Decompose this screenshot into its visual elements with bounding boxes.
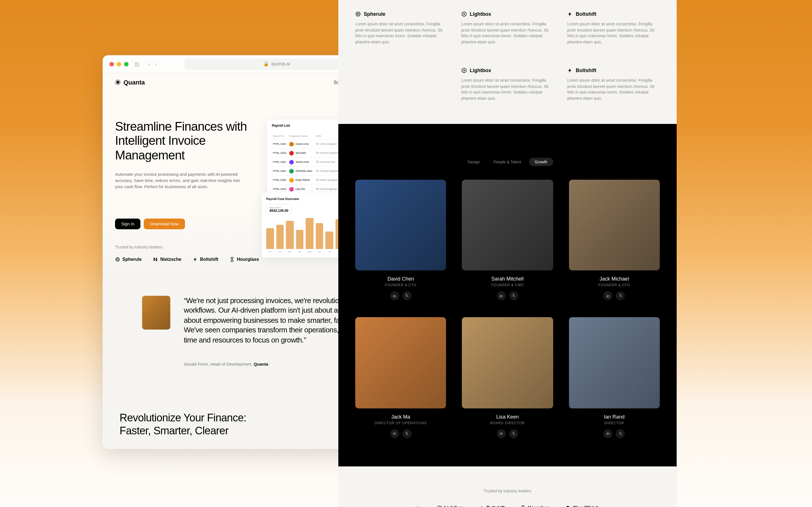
team-member: Jack Ma Director of Operations in 𝕏 xyxy=(355,318,446,438)
close-window-icon[interactable] xyxy=(109,62,114,66)
bottom-logo-lightbox: Lightbox xyxy=(437,505,463,507)
x-icon[interactable]: 𝕏 xyxy=(616,291,625,300)
quanta-icon xyxy=(115,79,121,85)
chart-bar xyxy=(316,223,323,249)
brand-name: Quanta xyxy=(123,79,145,86)
maximize-window-icon[interactable] xyxy=(124,62,129,66)
spherule-icon xyxy=(355,11,361,17)
linkedin-icon[interactable]: in xyxy=(497,291,506,300)
member-photo xyxy=(355,318,446,408)
boltshift-icon xyxy=(479,505,484,507)
tab-people-talent[interactable]: People & Talent xyxy=(488,158,527,166)
brand-logo[interactable]: Quanta xyxy=(115,79,145,86)
features-section: Spherule Lorem ipsum dolor sit amet cons… xyxy=(338,0,677,124)
bottom-logo-boltshift: Boltshift xyxy=(479,505,505,507)
linkedin-icon[interactable]: in xyxy=(497,429,506,438)
hero-logo-nietzsche: Nietzsche xyxy=(153,257,181,262)
member-name: Jack Ma xyxy=(355,414,446,419)
trusted-label: Trusted by industry leaders xyxy=(115,245,262,249)
member-name: David Chen xyxy=(355,276,446,282)
sidebar-toggle-icon[interactable]: ▥ xyxy=(134,61,139,67)
member-photo xyxy=(569,180,660,271)
member-name: Lisa Keen xyxy=(462,414,553,419)
linkedin-icon[interactable]: in xyxy=(390,429,399,438)
chart-bar xyxy=(276,225,284,249)
url-text: quanta.ai xyxy=(271,61,290,66)
hero-logo-spherule: Spherule xyxy=(115,257,142,262)
chart-bar xyxy=(296,230,303,249)
feature-boltshift: Boltshift Lorem ipsum dolor sit amet con… xyxy=(567,68,660,101)
chart-bar xyxy=(326,231,333,249)
svg-point-2 xyxy=(356,12,360,16)
hero-logo-hourglass: Hourglass xyxy=(230,257,259,262)
tab-design[interactable]: Design xyxy=(462,158,486,166)
cloudwatch-icon xyxy=(566,505,571,507)
lightbox-icon xyxy=(461,68,467,73)
member-name: Jack Michael xyxy=(569,276,660,282)
x-icon[interactable]: 𝕏 xyxy=(509,429,518,438)
hero-title: Streamline Finances with Intelligent Inv… xyxy=(115,119,262,162)
member-role: Founder & CFO xyxy=(569,284,660,287)
member-photo xyxy=(355,180,446,271)
chart-bar xyxy=(306,218,313,249)
feature-boltshift: Boltshift Lorem ipsum dolor sit amet con… xyxy=(567,11,660,45)
team-tabs: DesignPeople & TalentGrowth xyxy=(355,158,660,166)
quote-avatar xyxy=(142,295,170,329)
chart-bar xyxy=(266,228,274,249)
hero-body: Automate your invoice processing and pay… xyxy=(115,171,245,190)
hourglass-icon xyxy=(230,257,235,262)
svg-point-0 xyxy=(116,258,119,262)
trusted-section: Trusted by industry leaders neLightboxBo… xyxy=(338,466,677,507)
tab-growth[interactable]: Growth xyxy=(529,158,553,166)
nietzsche-icon xyxy=(153,257,158,262)
team-member: David Chen Founder & CTO in 𝕏 xyxy=(355,180,446,300)
lock-icon: 🔒 xyxy=(263,61,269,66)
logo-partial: ne xyxy=(416,505,421,507)
member-role: Founder & CTO xyxy=(355,284,446,287)
svg-point-5 xyxy=(463,70,465,71)
member-role: Founder & CMO xyxy=(462,284,553,287)
svg-point-3 xyxy=(357,13,359,15)
lightbox-icon xyxy=(461,11,467,17)
trusted-bottom-label: Trusted by industry leaders xyxy=(355,489,660,493)
hero-logo-boltshift: Boltshift xyxy=(193,257,218,262)
member-photo xyxy=(462,180,553,271)
member-name: Sarah Mitchell xyxy=(462,276,553,282)
linkedin-icon[interactable]: in xyxy=(604,291,613,300)
feature-lightbox: Lightbox Lorem ipsum dolor sit amet cons… xyxy=(461,11,554,45)
x-icon[interactable]: 𝕏 xyxy=(402,429,411,438)
boltshift-icon xyxy=(567,11,573,17)
hero-logo-row: SpheruleNietzscheBoltshiftHourglass xyxy=(115,257,262,262)
x-icon[interactable]: 𝕏 xyxy=(509,291,518,300)
hourglass-icon xyxy=(520,505,525,507)
member-photo xyxy=(569,318,660,408)
member-name: Ian Rand xyxy=(569,414,660,419)
boltshift-icon xyxy=(193,257,198,262)
member-photo xyxy=(462,318,553,408)
nav-back-icon[interactable]: ‹ xyxy=(148,61,150,67)
team-member: Jack Michael Founder & CFO in 𝕏 xyxy=(569,180,660,300)
member-role: Director xyxy=(569,421,660,425)
minimize-window-icon[interactable] xyxy=(117,62,121,66)
boltshift-icon xyxy=(567,68,573,73)
linkedin-icon[interactable]: in xyxy=(390,291,399,300)
member-role: Board Director xyxy=(462,421,553,425)
download-button[interactable]: Download Now xyxy=(144,218,185,229)
svg-point-4 xyxy=(463,13,465,15)
chart-bar xyxy=(286,221,294,249)
payroll-title: Payroll List xyxy=(272,124,290,127)
x-icon[interactable]: 𝕏 xyxy=(616,429,625,438)
lightbox-icon xyxy=(437,505,442,507)
team-member: Sarah Mitchell Founder & CMO in 𝕏 xyxy=(462,180,553,300)
x-icon[interactable]: 𝕏 xyxy=(402,291,411,300)
team-section: DesignPeople & TalentGrowth David Chen F… xyxy=(338,124,677,466)
nav-forward-icon[interactable]: › xyxy=(155,61,157,67)
feature-spherule: Spherule Lorem ipsum dolor sit amet cons… xyxy=(355,11,448,45)
signin-button[interactable]: Sign In xyxy=(115,218,141,229)
bottom-logo-cloudwatch: CloudWatch xyxy=(566,505,599,507)
member-role: Director of Operations xyxy=(355,421,446,425)
linkedin-icon[interactable]: in xyxy=(604,429,613,438)
team-member: Ian Rand Director in 𝕏 xyxy=(569,318,660,438)
bottom-logo-hourglass: Hourglass xyxy=(520,505,550,507)
team-member: Lisa Keen Board Director in 𝕏 xyxy=(462,318,553,438)
